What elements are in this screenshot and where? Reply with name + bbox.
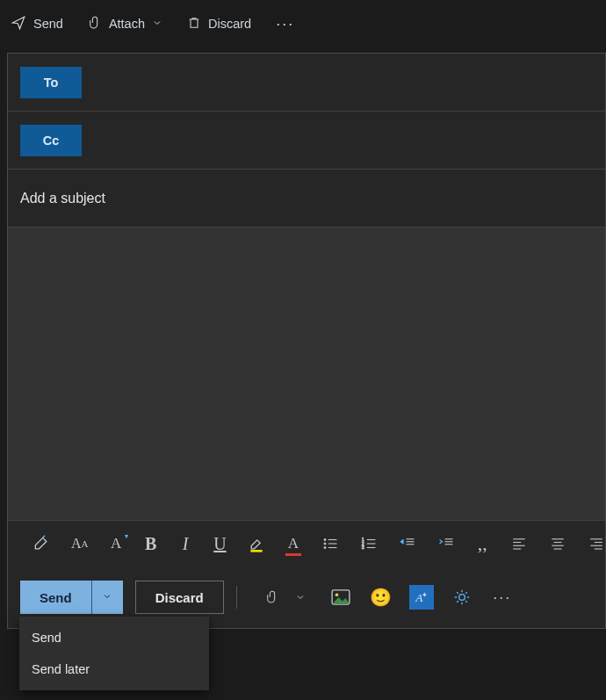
font-size-icon[interactable]: A▾: [110, 532, 123, 555]
bold-icon[interactable]: B: [144, 532, 157, 555]
underline-icon[interactable]: U: [213, 532, 227, 555]
send-label: Send: [33, 17, 63, 31]
send-icon: [11, 15, 26, 33]
bullet-list-icon[interactable]: [321, 532, 339, 555]
text-effects-icon[interactable]: A✦: [409, 585, 434, 610]
svg-point-2: [323, 543, 325, 545]
svg-text:3: 3: [361, 545, 364, 550]
send-button[interactable]: Send: [20, 581, 91, 614]
svg-point-35: [458, 595, 465, 601]
format-toolbar: AA A▾ B I U A 123 ,,: [8, 521, 605, 566]
top-toolbar: Send Attach Discard ···: [0, 0, 606, 47]
brightness-icon[interactable]: [450, 585, 474, 610]
indent-icon[interactable]: [437, 532, 455, 555]
chevron-down-icon: [152, 17, 162, 31]
attach-label: Attach: [109, 17, 145, 31]
more-icon[interactable]: ···: [490, 585, 515, 610]
menu-send[interactable]: Send: [19, 622, 209, 653]
subject-input[interactable]: [20, 191, 605, 206]
subject-row[interactable]: [8, 170, 605, 227]
paperclip-icon: [88, 15, 102, 33]
picture-icon[interactable]: [328, 585, 353, 610]
highlight-icon[interactable]: [248, 532, 265, 555]
align-left-icon[interactable]: [510, 532, 528, 555]
send-button-label: Send: [40, 590, 72, 605]
compose-pane: To Cc AA A▾ B I U A: [7, 53, 606, 629]
align-center-icon[interactable]: [549, 532, 566, 555]
outdent-icon[interactable]: [399, 532, 416, 555]
svg-point-3: [323, 546, 325, 548]
message-body[interactable]: [8, 227, 605, 521]
align-right-icon[interactable]: [588, 532, 605, 555]
chevron-down-icon[interactable]: [288, 585, 313, 610]
menu-send-later-label: Send later: [32, 662, 90, 676]
svg-line-41: [465, 601, 467, 603]
discard-button[interactable]: Discard: [135, 581, 224, 614]
svg-line-43: [465, 592, 467, 594]
svg-line-40: [457, 592, 458, 594]
send-action[interactable]: Send: [11, 15, 63, 33]
cc-button[interactable]: Cc: [20, 125, 82, 156]
format-painter-icon[interactable]: [32, 532, 50, 555]
to-row[interactable]: To: [8, 54, 605, 112]
numbered-list-icon[interactable]: 123: [360, 532, 378, 555]
attach-icon[interactable]: [260, 585, 285, 610]
attach-action[interactable]: Attach: [88, 15, 162, 33]
more-actions-icon[interactable]: ···: [276, 15, 294, 33]
discard-button-label: Discard: [155, 590, 204, 605]
font-family-icon[interactable]: AA: [71, 532, 89, 555]
chevron-down-icon: [102, 591, 112, 604]
send-dropdown-button[interactable]: [91, 581, 123, 614]
trash-icon: [187, 15, 201, 33]
separator: [236, 586, 237, 609]
svg-point-1: [323, 538, 325, 540]
discard-label: Discard: [208, 17, 251, 31]
font-color-icon[interactable]: A: [286, 532, 299, 555]
menu-send-later[interactable]: Send later: [19, 653, 209, 685]
italic-icon[interactable]: I: [178, 532, 191, 555]
svg-text:✦: ✦: [422, 591, 428, 599]
to-button[interactable]: To: [20, 67, 82, 98]
quote-icon[interactable]: ,,: [476, 532, 489, 555]
emoji-icon[interactable]: 🙂: [369, 585, 393, 610]
svg-line-42: [457, 601, 458, 603]
cc-row[interactable]: Cc: [8, 112, 605, 170]
discard-action[interactable]: Discard: [187, 15, 251, 33]
svg-point-32: [335, 594, 338, 597]
menu-send-label: Send: [32, 631, 61, 645]
send-split-button: Send: [20, 581, 123, 614]
send-options-menu: Send Send later: [19, 617, 209, 690]
to-label: To: [44, 76, 59, 90]
cc-label: Cc: [43, 134, 60, 148]
compose-icons: 🙂 A✦ ···: [260, 585, 515, 610]
